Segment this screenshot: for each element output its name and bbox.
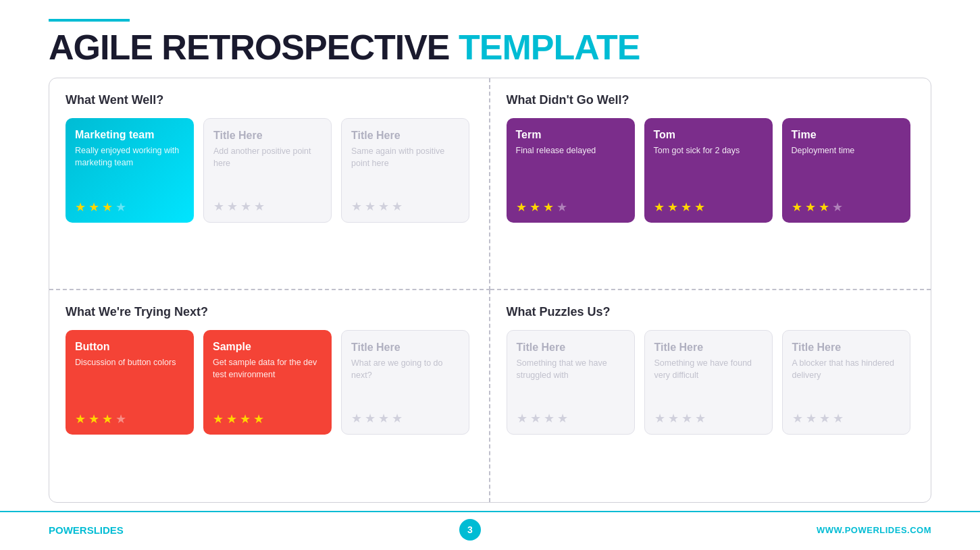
quadrant-went-well: What Went Well? Marketing team Really en… <box>49 78 490 290</box>
star-3: ★ <box>544 411 555 426</box>
star-3: ★ <box>681 200 692 215</box>
star-3: ★ <box>240 199 251 214</box>
star-2: ★ <box>365 199 376 214</box>
star-3: ★ <box>819 200 829 215</box>
page: AGILE RETROSPECTIVE TEMPLATE What Went W… <box>0 0 980 550</box>
star-2: ★ <box>88 200 99 215</box>
star-1: ★ <box>75 200 86 215</box>
star-1: ★ <box>351 199 362 214</box>
card-title: Time <box>792 129 901 141</box>
star-1: ★ <box>351 411 362 426</box>
card-desc: What are we going to do next? <box>351 358 459 381</box>
card-desc: Get sample data for the dev test environ… <box>213 357 322 381</box>
card-desc: Something we have found very difficult <box>654 358 763 381</box>
card-title: Tom <box>654 129 763 141</box>
card-stars: ★ ★ ★ ★ <box>516 200 625 215</box>
card-stars: ★ ★ ★ ★ <box>792 200 901 215</box>
card-stars: ★ ★ ★ ★ <box>792 411 900 426</box>
card-stars: ★ ★ ★ ★ <box>75 200 184 215</box>
card-placeholder-next[interactable]: Title Here What are we going to do next?… <box>341 330 469 435</box>
star-2: ★ <box>88 412 99 427</box>
star-2: ★ <box>530 200 540 215</box>
card-stars: ★ ★ ★ ★ <box>75 412 184 427</box>
title-black-part: AGILE RETROSPECTIVE <box>49 28 450 67</box>
main-content: What Went Well? Marketing team Really en… <box>0 78 980 511</box>
star-3: ★ <box>378 199 389 214</box>
star-4: ★ <box>557 200 567 215</box>
card-desc: Really enjoyed working with marketing te… <box>75 145 184 169</box>
card-desc: Tom got sick for 2 days <box>654 145 763 157</box>
star-4: ★ <box>694 200 705 215</box>
star-4: ★ <box>833 411 844 426</box>
card-button[interactable]: Button Discussion of button colors ★ ★ ★… <box>66 330 194 435</box>
card-time[interactable]: Time Deployment time ★ ★ ★ ★ <box>782 118 910 223</box>
star-2: ★ <box>806 411 817 426</box>
star-3: ★ <box>543 200 554 215</box>
puzzles-us-cards: Title Here Something that we have strugg… <box>507 330 915 435</box>
card-stars: ★ ★ ★ ★ <box>654 411 763 426</box>
brand-cyan: SLIDES <box>87 524 124 536</box>
card-marketing-team[interactable]: Marketing team Really enjoyed working wi… <box>66 118 194 223</box>
star-2: ★ <box>805 200 816 215</box>
card-desc: Discussion of button colors <box>75 357 184 369</box>
quadrant-trying-next: What We're Trying Next? Button Discussio… <box>49 290 490 502</box>
star-4: ★ <box>253 412 264 427</box>
footer-url: WWW.POWERLIDES.COM <box>817 525 931 535</box>
star-2: ★ <box>667 200 678 215</box>
card-puzzles-2[interactable]: Title Here Something we have found very … <box>644 330 773 435</box>
card-title: Title Here <box>654 341 763 354</box>
card-stars: ★ ★ ★ ★ <box>517 411 625 426</box>
star-1: ★ <box>654 200 665 215</box>
star-4: ★ <box>115 200 126 215</box>
card-title: Title Here <box>351 130 459 142</box>
board: What Went Well? Marketing team Really en… <box>49 78 931 503</box>
trying-next-cards: Button Discussion of button colors ★ ★ ★… <box>66 330 473 435</box>
card-stars: ★ ★ ★ ★ <box>351 411 459 426</box>
card-placeholder-2[interactable]: Title Here Same again with positive poin… <box>341 118 469 223</box>
card-title: Title Here <box>213 130 321 142</box>
star-2: ★ <box>668 411 679 426</box>
star-4: ★ <box>695 411 706 426</box>
page-title: AGILE RETROSPECTIVE TEMPLATE <box>49 28 931 67</box>
card-desc: Deployment time <box>792 145 901 157</box>
star-4: ★ <box>557 411 568 426</box>
quadrant-didnt-go-well: What Didn't Go Well? Term Final release … <box>490 78 931 290</box>
star-4: ★ <box>392 411 403 426</box>
star-1: ★ <box>654 411 665 426</box>
card-puzzles-3[interactable]: Title Here A blocker that has hindered d… <box>782 330 910 435</box>
card-title: Title Here <box>351 341 459 354</box>
star-3: ★ <box>240 412 251 427</box>
star-1: ★ <box>213 199 224 214</box>
didnt-go-well-cards: Term Final release delayed ★ ★ ★ ★ <box>507 118 915 223</box>
quadrant-trying-next-title: What We're Trying Next? <box>66 305 473 319</box>
card-stars: ★ ★ ★ ★ <box>654 200 763 215</box>
card-title: Button <box>75 341 184 353</box>
footer-brand: POWERSLIDES <box>49 524 124 536</box>
star-3: ★ <box>819 411 830 426</box>
card-desc: Final release delayed <box>516 145 625 157</box>
star-1: ★ <box>517 411 527 426</box>
card-placeholder-1[interactable]: Title Here Add another positive point he… <box>203 118 332 223</box>
star-3: ★ <box>102 200 113 215</box>
accent-line <box>49 19 130 22</box>
star-4: ★ <box>254 199 265 214</box>
quadrant-didnt-go-well-title: What Didn't Go Well? <box>507 93 915 107</box>
star-3: ★ <box>681 411 692 426</box>
card-term[interactable]: Term Final release delayed ★ ★ ★ ★ <box>507 118 635 223</box>
card-desc: Something that we have struggled with <box>517 358 625 381</box>
card-stars: ★ ★ ★ ★ <box>213 412 322 427</box>
card-stars: ★ ★ ★ ★ <box>213 199 321 214</box>
star-4: ★ <box>392 199 403 214</box>
star-3: ★ <box>102 412 113 427</box>
star-1: ★ <box>792 200 802 215</box>
card-title: Marketing team <box>75 129 184 141</box>
card-sample[interactable]: Sample Get sample data for the dev test … <box>203 330 332 435</box>
card-tom[interactable]: Tom Tom got sick for 2 days ★ ★ ★ ★ <box>644 118 773 223</box>
page-number: 3 <box>459 519 481 541</box>
card-title: Title Here <box>792 341 900 354</box>
star-4: ★ <box>115 412 126 427</box>
card-stars: ★ ★ ★ ★ <box>351 199 459 214</box>
star-1: ★ <box>75 412 86 427</box>
card-title: Term <box>516 129 625 141</box>
card-puzzles-1[interactable]: Title Here Something that we have strugg… <box>507 330 635 435</box>
